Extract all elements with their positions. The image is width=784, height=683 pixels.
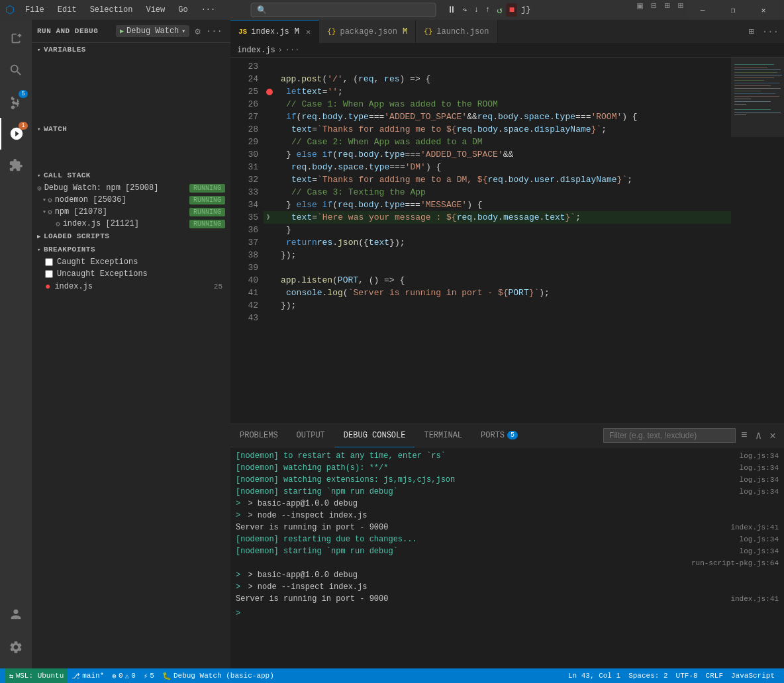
tab-launch-json[interactable]: {} launch.json [416, 20, 497, 43]
loaded-scripts-chevron: ▶ [37, 233, 41, 240]
stop-btn[interactable]: ■ [507, 3, 517, 17]
panel-layout-btn[interactable]: ⊟ [647, 0, 660, 20]
encoding-status[interactable]: UTF-8 [672, 668, 702, 683]
cs-item-label-2: npm [21078] [55, 207, 107, 216]
errors-status[interactable]: ⊗ 0 ⚠ 0 [108, 668, 139, 683]
arrow-4: > [236, 499, 240, 508]
menu-file[interactable]: File [20, 4, 50, 16]
panel-close-btn[interactable]: ✕ [767, 428, 779, 443]
tab-terminal[interactable]: TERMINAL [415, 424, 471, 447]
log-src-7[interactable]: log.js:34 [740, 533, 779, 545]
console-line-12: Server is running in port - 9000 index.j… [236, 593, 779, 605]
tab-index-js[interactable]: JS index.js M ✕ [230, 20, 319, 43]
log-src-1[interactable]: log.js:34 [740, 462, 779, 474]
debug-config-dropdown[interactable]: ▶ Debug Watch ▾ [116, 25, 189, 37]
position-status[interactable]: Ln 43, Col 1 [564, 668, 624, 683]
panel-word-wrap-btn[interactable]: ≡ [738, 428, 750, 443]
split-editor-btn[interactable]: ⊞ [746, 24, 756, 38]
tab-problems[interactable]: PROBLEMS [230, 424, 287, 447]
caught-exceptions-checkbox[interactable] [45, 258, 53, 266]
variables-section[interactable]: ▾ VARIABLES [32, 43, 230, 56]
sidebar-settings-btn[interactable]: ⚙ [192, 24, 203, 38]
search-icon[interactable] [0, 54, 32, 86]
console-input[interactable] [244, 609, 779, 618]
log-src-12[interactable]: index.js:41 [730, 593, 779, 605]
run-debug-badge: 1 [19, 122, 28, 130]
index-js-breakpoint[interactable]: ● index.js 25 [32, 280, 230, 293]
position-label: Ln 43, Col 1 [568, 672, 620, 680]
sidebar-layout-btn[interactable]: ▣ [633, 0, 646, 20]
svg-rect-1 [734, 67, 767, 68]
code-content[interactable]: app.post('/', (req, res) => { let text =… [264, 58, 731, 424]
call-stack-item-0[interactable]: ⚙ Debug Watch: npm [25008] RUNNING [32, 182, 230, 194]
panel-up-btn[interactable]: ∧ [753, 428, 765, 443]
title-bar: ⬡ File Edit Selection View Go ··· 🔍 ⏸ ↷ … [0, 0, 784, 20]
minimize-btn[interactable]: — [687, 0, 718, 20]
run-debug-icon[interactable]: 1 [0, 118, 32, 150]
debug-console-label: DEBUG CONSOLE [344, 431, 406, 440]
call-stack-item-1[interactable]: ▾ ⚙ nodemon [25036] RUNNING [32, 194, 230, 206]
log-src-9[interactable]: run-script-pkg.js:64 [691, 557, 779, 569]
tab-icon-1: {} [327, 28, 336, 36]
call-stack-item-2[interactable]: ▾ ⚙ npm [21078] RUNNING [32, 206, 230, 218]
tab-close-0[interactable]: ✕ [306, 27, 311, 37]
layout-btn[interactable]: ⊞ [660, 0, 673, 20]
source-control-icon[interactable]: 5 [0, 86, 32, 118]
call-stack-chevron: ▾ [37, 172, 41, 179]
debug-ports-status[interactable]: ⚡ 5 [140, 668, 158, 683]
log-src-3[interactable]: log.js:34 [740, 486, 779, 498]
settings-icon[interactable] [0, 631, 32, 663]
log-msg-8: [nodemon] starting `npm run debug` [236, 545, 398, 557]
variables-label: VARIABLES [44, 46, 86, 54]
extensions-icon[interactable] [0, 150, 32, 181]
gear-icon-0: ⚙ [37, 184, 42, 193]
log-src-2[interactable]: log.js:34 [740, 474, 779, 486]
log-src-0[interactable]: log.js:34 [740, 450, 779, 462]
tab-ports[interactable]: PORTS 5 [471, 424, 527, 447]
breadcrumb-file[interactable]: index.js [237, 46, 275, 55]
step-over-btn[interactable]: ↷ [460, 4, 470, 17]
menu-view[interactable]: View [140, 4, 170, 16]
restart-btn[interactable]: ↺ [494, 3, 505, 17]
pause-btn[interactable]: ⏸ [444, 3, 459, 17]
log-src-6[interactable]: index.js:41 [730, 522, 779, 533]
debug-name-status[interactable]: 🐛 Debug Watch (basic-app) [158, 668, 278, 683]
run-debug-bar: RUN AND DEBUG ▶ Debug Watch ▾ ⚙ ··· [32, 20, 230, 43]
window-controls: ▣ ⊟ ⊞ ⊞ — ❐ ✕ [633, 0, 779, 20]
spaces-status[interactable]: Spaces: 2 [624, 668, 671, 683]
tab-more-btn[interactable]: ··· [760, 25, 781, 38]
menu-selection[interactable]: Selection [85, 4, 138, 16]
running-badge-2: RUNNING [189, 208, 225, 216]
account-icon[interactable] [0, 598, 32, 630]
tab-package-json[interactable]: {} package.json M [319, 20, 416, 43]
search-input[interactable] [271, 3, 403, 17]
call-stack-section[interactable]: ▾ CALL STACK [32, 169, 230, 182]
app-icon: ⬡ [5, 3, 15, 17]
filter-input[interactable] [603, 428, 736, 443]
call-stack-item-3[interactable]: ⚙ index.js [21121] RUNNING [32, 218, 230, 230]
uncaught-exceptions-checkbox[interactable] [45, 270, 53, 278]
log-msg-10: > > basic-app@1.0.0 debug [236, 569, 358, 581]
branch-status[interactable]: ⎇ main* [68, 668, 108, 683]
menu-go[interactable]: Go [173, 4, 193, 16]
explorer-icon[interactable] [0, 23, 32, 54]
step-out-btn[interactable]: ↑ [483, 4, 493, 16]
loaded-scripts-section[interactable]: ▶ LOADED SCRIPTS [32, 230, 230, 243]
close-btn[interactable]: ✕ [748, 0, 779, 20]
watch-section[interactable]: ▾ WATCH [32, 122, 230, 136]
tab-output[interactable]: OUTPUT [287, 424, 334, 447]
line-ending-status[interactable]: CRLF [702, 668, 727, 683]
maximize-btn[interactable]: ❐ [718, 0, 748, 20]
grid-layout-btn[interactable]: ⊞ [674, 0, 687, 20]
remote-status[interactable]: ⇆ WSL: Ubuntu [5, 668, 68, 683]
tab-debug-console[interactable]: DEBUG CONSOLE [334, 424, 415, 447]
language-status[interactable]: JavaScript [727, 668, 779, 683]
breadcrumb-more[interactable]: ··· [285, 46, 300, 55]
menu-edit[interactable]: Edit [52, 4, 82, 16]
menu-more[interactable]: ··· [196, 4, 221, 16]
sidebar-more-btn[interactable]: ··· [203, 24, 225, 38]
language-label: JavaScript [731, 672, 775, 680]
breakpoints-section[interactable]: ▾ BREAKPOINTS [32, 243, 230, 256]
log-src-8[interactable]: log.js:34 [740, 545, 779, 557]
step-into-btn[interactable]: ↓ [471, 4, 481, 16]
